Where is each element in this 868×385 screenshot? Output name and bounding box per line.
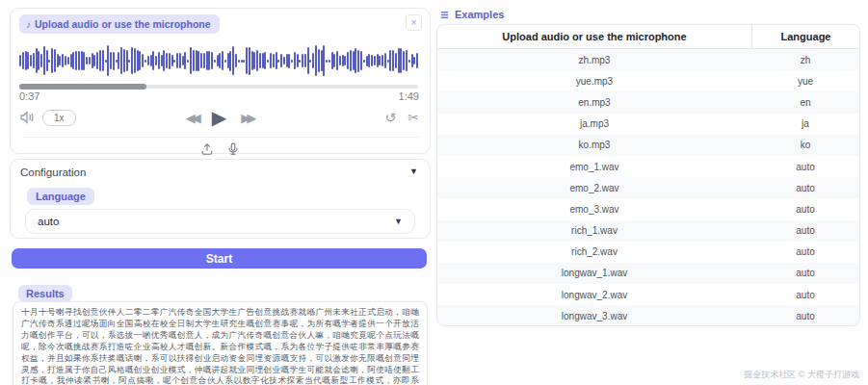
total-duration: 1:49	[399, 90, 419, 102]
waveform-bar	[267, 60, 269, 63]
chevron-down-icon: ▼	[409, 167, 418, 176]
audio-progress-bar[interactable]	[19, 85, 418, 89]
waveform-bar	[193, 50, 195, 71]
example-audio-file: yue.mp3	[437, 76, 751, 87]
results-textbox[interactable]: 十月十号喇寻找创意伙伴人二零二零广汽传奇全国大学生广告创意挑战赛就喺广州未来社正…	[13, 301, 428, 385]
configuration-accordion-header[interactable]: Configuration ▼	[11, 160, 430, 183]
waveform-bar	[22, 52, 24, 69]
waveform-bar	[243, 60, 245, 63]
microphone-icon[interactable]	[226, 142, 240, 156]
example-row[interactable]: longwav_1.wavauto	[437, 263, 859, 284]
example-audio-file: rich_2.wav	[437, 246, 751, 257]
waveform-bar	[355, 48, 356, 73]
close-icon[interactable]: ×	[406, 14, 422, 31]
language-dropdown[interactable]: auto ▼	[25, 209, 415, 234]
waveform-bar	[408, 60, 410, 63]
waveform-bar	[131, 47, 133, 74]
rewind-icon[interactable]: ◀◀	[186, 111, 197, 125]
waveform-bar	[331, 52, 333, 69]
waveform-bar	[102, 50, 104, 71]
waveform-bar	[211, 52, 213, 69]
example-language: auto	[751, 268, 859, 278]
upload-icon[interactable]	[200, 142, 214, 156]
example-row[interactable]: emo_1.wavauto	[437, 156, 859, 177]
waveform-bar	[27, 52, 29, 69]
waveform-bar	[78, 51, 80, 70]
waveform-bar	[40, 54, 42, 68]
waveform-bar	[176, 53, 178, 68]
examples-title: Examples	[455, 9, 504, 20]
waveform-bar	[297, 54, 299, 66]
waveform-bar	[30, 55, 32, 66]
example-row[interactable]: longwav_3.wavauto	[437, 305, 859, 326]
example-audio-file: ja.mp3	[437, 118, 751, 129]
example-row[interactable]: emo_3.wavauto	[437, 198, 859, 219]
waveform-bar	[200, 53, 202, 67]
music-note-icon: ♪	[26, 19, 31, 30]
time-row: 0:37 1:49	[19, 90, 419, 102]
start-button[interactable]: Start	[12, 248, 427, 269]
waveform-bar	[232, 46, 234, 74]
waveform-bar	[336, 51, 338, 70]
waveform-bar	[315, 45, 317, 76]
waveform-bar	[363, 60, 365, 63]
waveform-bar	[235, 54, 237, 67]
waveform-bar	[353, 51, 355, 70]
fast-forward-icon[interactable]: ▶▶	[241, 111, 252, 125]
waveform-bar	[96, 52, 98, 70]
column-header-audio: Upload audio or use the microphone	[437, 31, 751, 42]
example-row[interactable]: longwav_2.wavauto	[437, 284, 859, 305]
example-row[interactable]: rich_2.wavauto	[437, 242, 859, 263]
waveform-bar	[256, 50, 258, 71]
waveform-bar	[206, 51, 208, 71]
waveform-bar	[99, 50, 101, 72]
waveform-bar	[110, 52, 112, 70]
waveform-bar	[118, 52, 119, 69]
example-language: zh	[751, 55, 859, 65]
waveform-bar	[360, 51, 362, 70]
waveform-bar	[395, 53, 397, 69]
play-icon[interactable]: ▶	[212, 108, 226, 127]
example-row[interactable]: rich_1.wavauto	[437, 220, 859, 242]
audio-waveform[interactable]	[19, 40, 421, 81]
language-label: Language	[27, 188, 94, 205]
audio-source-buttons	[11, 142, 430, 156]
audio-label-badge: ♪ Upload audio or use the microphone	[19, 14, 220, 34]
audio-label-text: Upload audio or use the microphone	[35, 18, 211, 30]
watermark-text: 掘金技术社区 © 大橙子打游戏	[744, 369, 859, 381]
example-language: auto	[751, 225, 859, 236]
waveform-bar	[142, 54, 144, 67]
waveform-bar	[286, 54, 288, 68]
waveform-bar	[70, 54, 72, 67]
example-row[interactable]: ko.mp3ko	[437, 135, 859, 156]
waveform-bar	[379, 56, 381, 64]
example-row[interactable]: yue.mp3yue	[437, 70, 859, 91]
waveform-bar	[59, 56, 61, 65]
waveform-bar	[46, 50, 48, 70]
example-row[interactable]: ja.mp3ja	[437, 114, 859, 135]
waveform-bar	[387, 60, 389, 63]
waveform-bar	[81, 51, 83, 71]
waveform-bar	[214, 60, 216, 63]
waveform-bar	[302, 54, 303, 67]
examples-rows: zh.mp3zhyue.mp3yueen.mp3enja.mp3jako.mp3…	[437, 49, 859, 326]
waveform-bar	[62, 54, 64, 67]
example-language: auto	[751, 183, 859, 193]
waveform-bar	[381, 55, 383, 67]
waveform-bar	[344, 56, 346, 64]
example-row[interactable]: en.mp3en	[437, 91, 859, 113]
waveform-bar	[326, 60, 328, 63]
waveform-bar	[67, 57, 69, 64]
waveform-bar	[350, 50, 352, 70]
waveform-bar	[113, 52, 115, 70]
example-row[interactable]: emo_2.wavauto	[437, 177, 859, 198]
waveform-bar	[238, 60, 240, 63]
example-row[interactable]: zh.mp3zh	[437, 49, 859, 70]
waveform-bar	[105, 60, 107, 63]
waveform-bar	[217, 55, 219, 66]
audio-progress-fill	[19, 84, 146, 90]
example-audio-file: longwav_1.wav	[437, 268, 751, 278]
waveform-bar	[36, 48, 38, 73]
waveform-bar	[137, 50, 139, 71]
waveform-bar	[25, 51, 27, 69]
